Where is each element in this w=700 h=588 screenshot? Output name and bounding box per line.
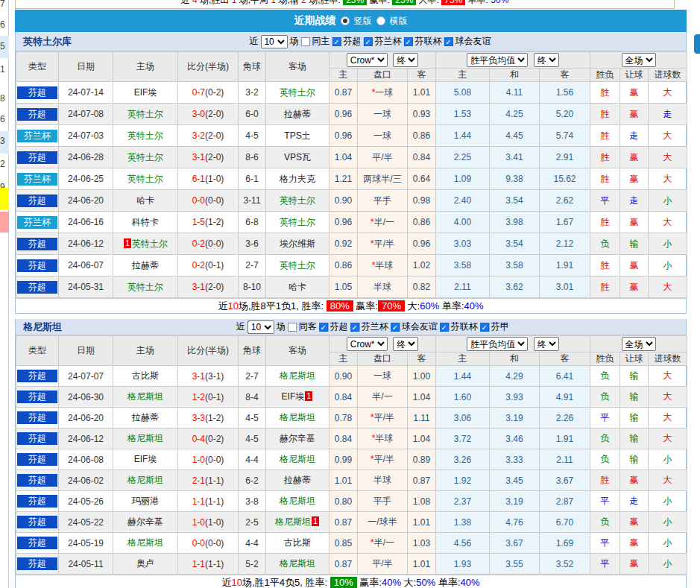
avg-type-select[interactable]: 胜平负均值	[467, 337, 528, 351]
fulltime-score: 3-1	[192, 282, 205, 292]
col-header-date: 日期	[59, 336, 113, 366]
stats-num: 4	[192, 0, 198, 5]
near-label: 近	[236, 320, 245, 333]
cell-result-wdl: 负	[590, 233, 620, 255]
cell-home-team: 拉赫蒂	[113, 408, 178, 429]
cell-corners: 3-2	[239, 82, 266, 104]
cell-home-team: 哈卡	[113, 190, 178, 212]
cell-avg-lose: 3.67	[540, 470, 590, 491]
cell-avg-lose: 2.11	[540, 449, 590, 470]
clipped-left-table-strip: 7 6 5 1 8 6 3 2 9	[0, 0, 9, 588]
same-venue-checkbox[interactable]	[300, 37, 309, 46]
avg-group-header: 胜平负均值 终	[436, 336, 590, 353]
cell-away-team: 英特土尔	[266, 212, 329, 233]
odds-stage-select[interactable]: 终	[393, 337, 418, 351]
avg-stage-select[interactable]: 终	[534, 53, 559, 67]
cell-date: 24-06-16	[59, 212, 113, 233]
cell-avg-draw: 3.19	[490, 408, 540, 429]
cell-result-wdl: 胜	[590, 82, 620, 104]
cell-date: 24-06-30	[59, 387, 113, 408]
cell-date: 24-07-03	[59, 125, 113, 147]
left-strip-digit: 3	[0, 136, 9, 146]
cell-avg-lose: 2.91	[540, 147, 590, 168]
league-badge: 芬兰杯	[17, 173, 57, 186]
team-link: 哈卡	[288, 282, 306, 292]
same-venue-checkbox[interactable]	[288, 323, 297, 332]
league-checkbox[interactable]: ✓	[332, 37, 341, 46]
cell-corners: 5-2	[239, 554, 266, 575]
sub-header-avg-lose: 客	[540, 353, 590, 366]
odds-stage-select[interactable]: 终	[393, 53, 418, 67]
cell-home-odds: 1.05	[329, 276, 358, 298]
cell-league: 芬超	[16, 512, 59, 533]
stats-text: 场,胜出	[198, 0, 232, 5]
cell-result-wdl: 平	[590, 408, 620, 429]
cell-avg-draw: 3.58	[490, 255, 540, 276]
cell-away-odds: 1.00	[408, 366, 436, 387]
cell-away-team: 格尼斯坦	[266, 449, 329, 470]
league-checkbox[interactable]: ✓	[391, 323, 400, 332]
league-checkbox[interactable]: ✓	[444, 37, 453, 46]
cell-avg-draw: 3.54	[490, 233, 540, 255]
cell-avg-draw: 3.46	[490, 429, 540, 449]
cell-away-odds: 1.11	[408, 408, 436, 429]
cell-league: 芬超	[16, 255, 59, 276]
cell-home-odds: 1.21	[329, 168, 358, 190]
horizontal-layout-radio[interactable]	[376, 16, 385, 25]
cell-home-odds: 0.80	[329, 491, 358, 512]
cell-score: 3-0(2-0)	[178, 104, 239, 125]
cell-date: 24-05-31	[59, 276, 113, 298]
league-checkbox[interactable]: ✓	[480, 323, 489, 332]
scope-group-header: 全场	[590, 52, 687, 69]
sub-header-goals: 进球数	[649, 353, 687, 366]
cell-result-wdl: 负	[590, 512, 620, 533]
cell-avg-draw: 4.11	[490, 82, 540, 104]
scope-select[interactable]: 全场	[622, 53, 656, 67]
league-checkbox[interactable]: ✓	[363, 37, 372, 46]
halftime-score: (0-1)	[205, 260, 224, 271]
sub-header-wdl: 胜负	[590, 69, 620, 82]
cell-avg-lose: 5.74	[540, 125, 590, 147]
side-scroll-tab[interactable]	[694, 34, 700, 54]
league-badge: 芬超	[17, 370, 57, 382]
avg-stage-select[interactable]: 终	[534, 337, 559, 351]
cell-away-team: 格尼斯坦	[266, 366, 329, 387]
cell-result-goals: 小	[649, 190, 687, 212]
fulltime-score: 0-4	[192, 434, 205, 444]
match-row: 芬超24-06-08EIF埃1-0(0-0)4-4格尼斯坦0.99*平/半0.8…	[16, 449, 687, 470]
cell-avg-win: 1.09	[436, 168, 490, 190]
col-header-date: 日期	[59, 52, 113, 82]
cell-handicap: 一球	[358, 366, 408, 387]
match-row: 芬超24-06-121英特土尔0-2(0-0)3-6埃尔维斯0.92*平/半0.…	[16, 233, 687, 255]
vertical-layout-radio[interactable]	[341, 16, 350, 25]
sub-header-avg-draw: 和	[490, 69, 540, 82]
win-rate-badge: 10%	[330, 577, 357, 588]
scope-select[interactable]: 全场	[622, 337, 656, 351]
league-checkbox[interactable]: ✓	[403, 37, 412, 46]
league-checkbox[interactable]: ✓	[440, 323, 449, 332]
cell-corners: 4-5	[239, 408, 266, 429]
cell-league: 芬超	[16, 276, 59, 298]
odds-company-select[interactable]: Crow*	[347, 53, 388, 67]
odds-company-select[interactable]: Crow*	[347, 337, 388, 351]
league-badge: 芬超	[17, 411, 57, 424]
halftime-score: (0-1)	[205, 392, 224, 402]
cell-league: 芬超	[16, 233, 59, 255]
avg-type-select[interactable]: 胜平负均值	[467, 53, 528, 67]
cell-home-odds: 0.87	[329, 554, 358, 575]
match-count-select[interactable]: 10	[247, 320, 274, 334]
cell-result-goals: 大	[649, 470, 687, 491]
match-count-select[interactable]: 10	[260, 35, 287, 48]
cell-score: 0-4(0-2)	[178, 429, 239, 449]
left-strip-yellow-block	[0, 188, 9, 210]
cell-home-team: 科特卡	[113, 212, 178, 233]
cell-handicap: *半球	[358, 255, 408, 276]
cell-result-handicap: 输	[620, 449, 649, 470]
league-checkbox[interactable]: ✓	[319, 323, 328, 332]
cell-away-team: 格尼斯坦1	[266, 512, 329, 533]
cell-home-odds: 0.96	[329, 104, 358, 125]
league-checkbox[interactable]: ✓	[350, 323, 359, 332]
cell-result-handicap: 输	[620, 233, 649, 255]
cell-home-odds: 0.96	[329, 125, 358, 147]
cell-away-odds: 0.82	[408, 276, 436, 298]
